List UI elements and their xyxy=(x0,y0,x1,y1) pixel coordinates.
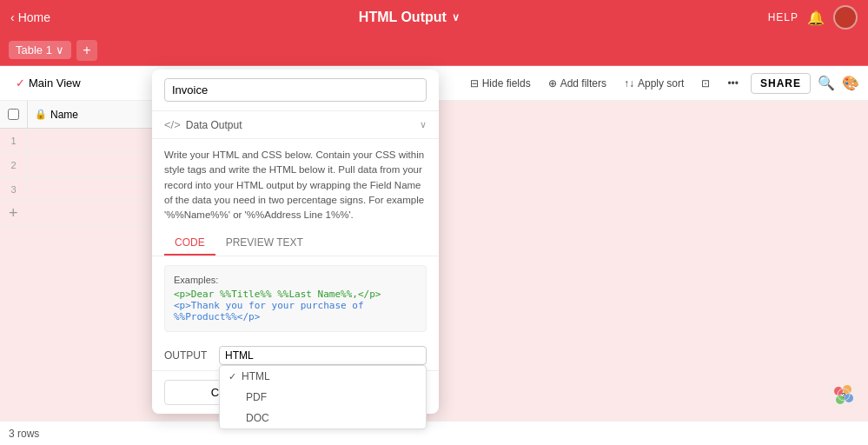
dropdown-item-pdf[interactable]: PDF xyxy=(220,387,426,408)
color-wheel-icon: ? xyxy=(828,379,859,410)
top-bar-left: ‹ Home xyxy=(10,10,50,24)
html-selected-icon: ✓ xyxy=(229,371,236,382)
output-dropdown-container: HTML PDF DOC ✓ HTML PDF DOC xyxy=(219,346,427,365)
code-line-3: %%Product%%</p> xyxy=(174,311,417,322)
html-output-modal: </> Data Output ∨ Write your HTML and CS… xyxy=(152,70,439,414)
header-checkbox[interactable] xyxy=(0,101,28,128)
more-icon: ••• xyxy=(727,77,739,90)
user-avatar[interactable] xyxy=(833,5,858,30)
back-arrow-icon: ‹ xyxy=(10,10,15,24)
copy-icon: ⊡ xyxy=(701,77,710,90)
right-empty-area xyxy=(434,101,868,421)
dropdown-item-html[interactable]: ✓ HTML xyxy=(220,366,426,387)
examples-label: Examples: xyxy=(174,275,417,285)
hide-fields-label: Hide fields xyxy=(482,77,531,90)
row-number: 2 xyxy=(0,153,28,176)
apply-sort-button[interactable]: ↑↓ Apply sort xyxy=(619,74,689,93)
modal-tabs: CODE PREVIEW TEXT xyxy=(152,231,439,256)
html-option-label: HTML xyxy=(242,370,270,382)
table-name-button[interactable]: Table 1 ∨ xyxy=(9,41,71,59)
lock-icon: 🔒 xyxy=(35,109,47,120)
tab-preview-text[interactable]: PREVIEW TEXT xyxy=(215,231,314,256)
dropdown-item-doc[interactable]: DOC xyxy=(220,408,426,428)
home-link[interactable]: ‹ Home xyxy=(10,10,50,24)
output-format-label: OUTPUT xyxy=(164,349,212,362)
toolbar-right: ⊟ Hide fields ⊕ Add filters ↑↓ Apply sor… xyxy=(465,73,859,94)
output-dropdown-menu: ✓ HTML PDF DOC xyxy=(219,365,427,429)
app-title: HTML Output xyxy=(359,10,447,25)
apply-sort-label: Apply sort xyxy=(638,77,684,90)
sort-icon: ↑↓ xyxy=(624,77,634,90)
description-text: Write your HTML and CSS below. Contain y… xyxy=(164,148,427,222)
table-name-chevron-icon: ∨ xyxy=(56,43,64,56)
code-editor-area[interactable]: Examples: <p>Dear %%Title%% %%Last Name%… xyxy=(164,265,427,332)
table-name-label: Table 1 xyxy=(16,43,52,56)
output-format-row: OUTPUT HTML PDF DOC ✓ HTML PDF DOC xyxy=(152,341,439,370)
table-tabs-bar: Table 1 ∨ + xyxy=(0,35,868,66)
hide-fields-icon: ⊟ xyxy=(470,77,479,90)
code-line-1: <p>Dear %%Title%% %%Last Name%%,</p> xyxy=(174,289,417,300)
modal-description: Write your HTML and CSS below. Contain y… xyxy=(152,138,439,231)
top-bar-right: HELP 🔔 xyxy=(768,5,858,30)
add-filters-label: Add filters xyxy=(560,77,606,90)
view-check-icon: ✓ xyxy=(16,76,25,90)
name-column-label: Name xyxy=(50,109,78,121)
help-button[interactable]: HELP xyxy=(768,11,798,23)
svg-text:?: ? xyxy=(841,391,846,400)
data-output-bar[interactable]: </> Data Output ∨ xyxy=(152,110,439,138)
share-button[interactable]: SHARE xyxy=(751,73,811,94)
code-line-2: <p>Thank you for your purchase of xyxy=(174,300,417,311)
home-label: Home xyxy=(18,10,50,24)
hide-fields-button[interactable]: ⊟ Hide fields xyxy=(465,74,536,93)
status-bar: 3 rows xyxy=(0,421,868,445)
modal-header xyxy=(152,70,439,110)
add-table-button[interactable]: + xyxy=(76,40,97,61)
notifications-icon[interactable]: 🔔 xyxy=(807,10,825,26)
help-color-circle[interactable]: ? xyxy=(828,379,859,410)
app-title-area: HTML Output ∨ xyxy=(359,10,460,25)
output-format-select[interactable]: HTML PDF DOC xyxy=(219,346,427,365)
filter-icon: ⊕ xyxy=(548,77,557,90)
more-options-button[interactable]: ••• xyxy=(722,74,744,93)
row-number: 1 xyxy=(0,129,28,152)
data-output-text: Data Output xyxy=(186,119,242,131)
data-output-chevron-icon: ∨ xyxy=(420,119,427,130)
data-output-label: </> Data Output xyxy=(164,118,414,131)
app-title-chevron-icon: ∨ xyxy=(452,11,460,23)
add-row-icon: + xyxy=(9,204,18,222)
top-navigation-bar: ‹ Home HTML Output ∨ HELP 🔔 xyxy=(0,0,868,35)
copy-button[interactable]: ⊡ xyxy=(696,74,715,93)
toolbar-left: ✓ Main View xyxy=(9,73,88,93)
code-brackets-icon: </> xyxy=(164,118,181,131)
add-filters-button[interactable]: ⊕ Add filters xyxy=(543,74,612,93)
doc-option-label: DOC xyxy=(246,412,269,424)
search-icon[interactable]: 🔍 xyxy=(818,75,835,91)
paint-icon[interactable]: 🎨 xyxy=(842,75,859,91)
modal-title-input[interactable] xyxy=(164,78,427,102)
row-number: 3 xyxy=(0,177,28,201)
pdf-option-label: PDF xyxy=(246,391,267,403)
rows-count-label: 3 rows xyxy=(9,428,39,440)
main-view-button[interactable]: ✓ Main View xyxy=(9,73,88,93)
view-name-label: Main View xyxy=(29,76,81,90)
tab-code[interactable]: CODE xyxy=(164,231,215,256)
select-all-checkbox[interactable] xyxy=(8,109,19,120)
